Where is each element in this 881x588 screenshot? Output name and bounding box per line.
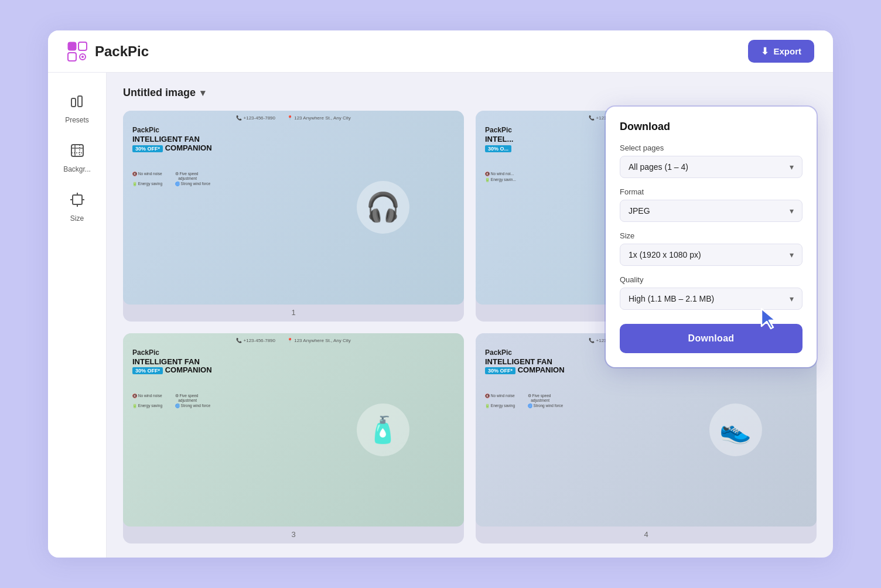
canvas-area: Untitled image ▾ 📞 +123-456-7890 📍 123 A…	[107, 73, 833, 558]
canvas-title-button[interactable]: Untitled image ▾	[123, 87, 205, 99]
page-number-1: 1	[291, 308, 295, 317]
ad-card-3: 📞 +123-456-7890 📍 123 Anywhere St., Any …	[123, 333, 464, 527]
select-pages-value: All pages (1 – 4)	[629, 162, 688, 172]
select-pages-group: Select pages All pages (1 – 4) ▾	[620, 143, 803, 178]
packpic-logo-icon	[67, 41, 88, 62]
background-icon	[70, 143, 85, 162]
main-area: Presets Backgr...	[48, 73, 833, 558]
download-panel: Download Select pages All pages (1 – 4) …	[606, 107, 817, 367]
select-pages-label: Select pages	[620, 143, 803, 152]
export-label: Export	[773, 46, 801, 56]
svg-rect-5	[71, 98, 76, 107]
format-group: Format JPEG ▾	[620, 187, 803, 222]
size-chevron-icon: ▾	[790, 250, 794, 259]
quality-group: Quality High (1.1 MB – 2.1 MB) ▾	[620, 275, 803, 310]
svg-rect-1	[78, 42, 87, 50]
header: PackPic ⬇ Export	[48, 30, 833, 73]
canvas-title-text: Untitled image	[123, 87, 196, 99]
sidebar-item-presets[interactable]: Presets	[54, 87, 101, 131]
size-icon	[70, 192, 85, 211]
logo-text: PackPic	[95, 43, 149, 60]
svg-rect-6	[78, 96, 82, 107]
app-window: PackPic ⬇ Export Presets	[48, 30, 833, 558]
ad-card-1: 📞 +123-456-7890 📍 123 Anywhere St., Any …	[123, 111, 464, 305]
svg-rect-7	[71, 145, 83, 156]
format-label: Format	[620, 187, 803, 196]
canvas-toolbar: Untitled image ▾	[123, 87, 817, 99]
cursor-arrow	[759, 306, 780, 327]
presets-icon	[70, 94, 85, 112]
image-cell-3: 📞 +123-456-7890 📍 123 Anywhere St., Any …	[123, 333, 464, 544]
svg-rect-0	[68, 42, 76, 50]
title-chevron-icon: ▾	[200, 87, 205, 98]
svg-rect-2	[68, 53, 76, 61]
ad-image-headphones: 🎧	[308, 117, 458, 299]
quality-label: Quality	[620, 275, 803, 284]
format-value: JPEG	[629, 206, 650, 216]
sidebar-item-size[interactable]: Size	[54, 185, 101, 230]
sidebar-item-background[interactable]: Backgr...	[54, 136, 101, 180]
export-button[interactable]: ⬇ Export	[748, 40, 814, 63]
sidebar-item-background-label: Backgr...	[63, 165, 91, 173]
svg-point-4	[81, 56, 84, 58]
size-group: Size 1x (1920 x 1080 px) ▾	[620, 231, 803, 266]
sidebar-item-size-label: Size	[70, 214, 84, 223]
svg-rect-12	[73, 195, 82, 204]
size-value: 1x (1920 x 1080 px)	[629, 250, 701, 259]
format-chevron-icon: ▾	[790, 206, 794, 216]
sidebar: Presets Backgr...	[48, 73, 107, 558]
export-icon: ⬇	[761, 46, 769, 57]
format-dropdown[interactable]: JPEG ▾	[620, 200, 803, 222]
quality-chevron-icon: ▾	[790, 294, 794, 303]
image-cell-1: 📞 +123-456-7890 📍 123 Anywhere St., Any …	[123, 111, 464, 322]
ad-image-perfume: 🧴	[308, 339, 458, 521]
size-label: Size	[620, 231, 803, 240]
select-pages-dropdown[interactable]: All pages (1 – 4) ▾	[620, 156, 803, 178]
logo-area: PackPic	[67, 41, 149, 62]
select-pages-chevron-icon: ▾	[790, 162, 794, 172]
page-number-4: 4	[644, 530, 648, 539]
size-dropdown[interactable]: 1x (1920 x 1080 px) ▾	[620, 244, 803, 266]
quality-value: High (1.1 MB – 2.1 MB)	[629, 294, 714, 303]
page-number-3: 3	[291, 530, 295, 539]
panel-title: Download	[620, 121, 803, 133]
sidebar-item-presets-label: Presets	[65, 116, 89, 124]
